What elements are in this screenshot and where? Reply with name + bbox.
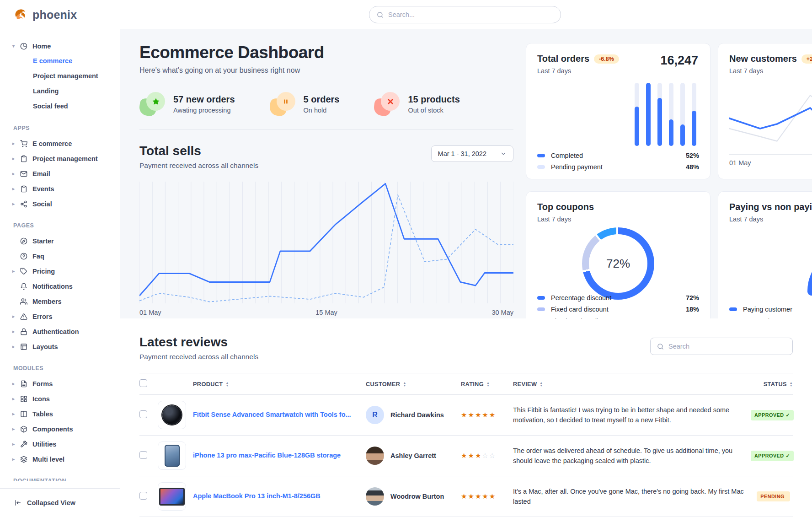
total-orders-card: Total orders -6.8% Last 7 days 16,247 Co…: [526, 43, 710, 179]
product-link[interactable]: Fitbit Sense Advanced Smartwatch with To…: [193, 411, 351, 418]
sidebar-item-label: E commerce: [32, 140, 72, 147]
chevron-right-icon[interactable]: ▸: [12, 442, 20, 447]
chevron-right-icon[interactable]: ▸: [12, 201, 20, 206]
select-all-checkbox[interactable]: [139, 379, 147, 387]
sidebar-item[interactable]: ▸ Events: [0, 181, 120, 196]
chevron-right-icon[interactable]: ▸: [12, 457, 20, 462]
sort-icon[interactable]: [790, 382, 793, 387]
total-sells-chart-svg: [139, 182, 513, 303]
legend-swatch: [537, 165, 545, 169]
sidebar-item[interactable]: ▸ Authentication: [0, 324, 120, 339]
phoenix-logo[interactable]: phoenix: [13, 7, 77, 22]
check-icon: ✓: [786, 412, 791, 418]
pie-chart-icon: [20, 43, 27, 50]
avatar[interactable]: [366, 487, 384, 506]
status-badge: APPROVED✓: [751, 410, 794, 420]
sidebar-subitem[interactable]: Project management: [0, 69, 120, 84]
sidebar-item[interactable]: ▸ Social: [0, 196, 120, 211]
sidebar-item[interactable]: ▸ Icons: [0, 391, 120, 406]
legend-row: Paying customer: [729, 306, 812, 313]
sidebar-item[interactable]: ▸ Errors: [0, 309, 120, 324]
sidebar-item-label: Starter: [32, 237, 54, 245]
sidebar-item-label: Email: [32, 170, 50, 178]
chevron-right-icon[interactable]: ▸: [12, 314, 20, 319]
collapse-sidebar-button[interactable]: Collapsed View: [0, 489, 120, 517]
row-checkbox[interactable]: [139, 451, 147, 459]
product-link[interactable]: iPhone 13 pro max-Pacific Blue-128GB sto…: [193, 452, 341, 459]
sidebar-item-home[interactable]: ▾ Home: [0, 38, 120, 54]
chevron-right-icon[interactable]: ▸: [12, 171, 20, 176]
sidebar-item-label: Errors: [32, 313, 53, 320]
sort-icon[interactable]: [540, 382, 543, 387]
chevron-right-icon[interactable]: ▸: [12, 396, 20, 401]
sidebar-item[interactable]: Notifications: [0, 279, 120, 294]
sidebar-item[interactable]: ▸ Layouts: [0, 339, 120, 354]
global-search-input[interactable]: [388, 11, 553, 18]
sidebar-item-label: Multi level: [32, 456, 64, 463]
date-range-select[interactable]: Mar 1 - 31, 2022: [431, 145, 513, 162]
pause-icon: [277, 92, 295, 111]
chevron-right-icon[interactable]: ▸: [12, 269, 20, 274]
global-search[interactable]: [369, 6, 561, 23]
sidebar-item[interactable]: ▸ Tables: [0, 406, 120, 421]
product-image[interactable]: [158, 482, 186, 511]
sidebar-subitem[interactable]: Landing: [0, 84, 120, 99]
chevron-right-icon[interactable]: ▸: [12, 141, 20, 146]
column-header-status[interactable]: STATUS: [751, 373, 793, 395]
sidebar-item[interactable]: ▸ Forms: [0, 376, 120, 391]
sidebar-subitem-label: Landing: [33, 87, 59, 95]
brand-name: phoenix: [32, 8, 77, 22]
product-image[interactable]: [158, 442, 186, 470]
sidebar-subitem[interactable]: Social feed: [0, 99, 120, 114]
legend-swatch: [537, 296, 545, 300]
sidebar-item[interactable]: Faq: [0, 248, 120, 264]
sidebar-item[interactable]: ▸ E commerce: [0, 136, 120, 151]
total-orders-legend: Completed 52% Pending payment 48%: [537, 148, 699, 171]
column-header[interactable]: REVIEW: [513, 373, 751, 395]
column-header[interactable]: PRODUCT: [193, 373, 366, 395]
reviews-search-input[interactable]: [668, 343, 786, 350]
sidebar-item[interactable]: ▸ Utilities: [0, 436, 120, 452]
sidebar-item[interactable]: ▸ Pricing: [0, 264, 120, 279]
chevron-right-icon[interactable]: ▸: [12, 381, 20, 386]
row-checkbox[interactable]: [139, 410, 147, 418]
legend-value: 10%: [686, 317, 699, 318]
chevron-right-icon[interactable]: ▸: [12, 411, 20, 416]
product-image[interactable]: [158, 401, 186, 429]
order-bar: [692, 83, 696, 146]
chevron-right-icon[interactable]: ▸: [12, 426, 20, 431]
stat-caption: Awating processing: [173, 107, 235, 114]
sort-icon[interactable]: [403, 382, 406, 387]
sidebar-subitem-label: Social feed: [33, 102, 68, 110]
legend-value: 52%: [686, 152, 699, 159]
order-bar: [635, 83, 639, 146]
avatar[interactable]: R: [366, 406, 384, 424]
lock-icon: [20, 328, 27, 335]
stat-item: 57 new orders Awating processing: [139, 92, 235, 116]
sidebar-subitem[interactable]: E commerce: [0, 54, 120, 69]
row-checkbox[interactable]: [139, 492, 147, 500]
sidebar-item[interactable]: ▸ Components: [0, 421, 120, 436]
chevron-down-icon[interactable]: ▾: [12, 43, 20, 48]
chevron-right-icon[interactable]: ▸: [12, 329, 20, 334]
sort-icon[interactable]: [225, 382, 229, 387]
sidebar-item-label: Pricing: [32, 268, 55, 275]
wrench-icon: [20, 441, 27, 448]
rating-stars: ★★★★★: [461, 492, 496, 500]
sidebar-item[interactable]: ▸ Project management: [0, 151, 120, 166]
column-header[interactable]: CUSTOMER: [366, 373, 461, 395]
file-icon: [20, 380, 27, 388]
sidebar-item[interactable]: ▸ Multi level: [0, 452, 120, 467]
chevron-right-icon[interactable]: ▸: [12, 156, 20, 161]
sidebar-item[interactable]: Starter: [0, 233, 120, 248]
product-link[interactable]: Apple MacBook Pro 13 inch-M1-8/256GB: [193, 492, 321, 500]
sidebar-item[interactable]: ▸ Email: [0, 166, 120, 181]
avatar[interactable]: [366, 447, 384, 465]
sidebar-item-label: Notifications: [32, 283, 73, 290]
column-header[interactable]: RATING: [461, 373, 513, 395]
reviews-search[interactable]: [650, 338, 793, 355]
chevron-right-icon[interactable]: ▸: [12, 186, 20, 191]
sort-icon[interactable]: [486, 382, 490, 387]
sidebar-item[interactable]: Members: [0, 294, 120, 309]
chevron-right-icon[interactable]: ▸: [12, 344, 20, 349]
